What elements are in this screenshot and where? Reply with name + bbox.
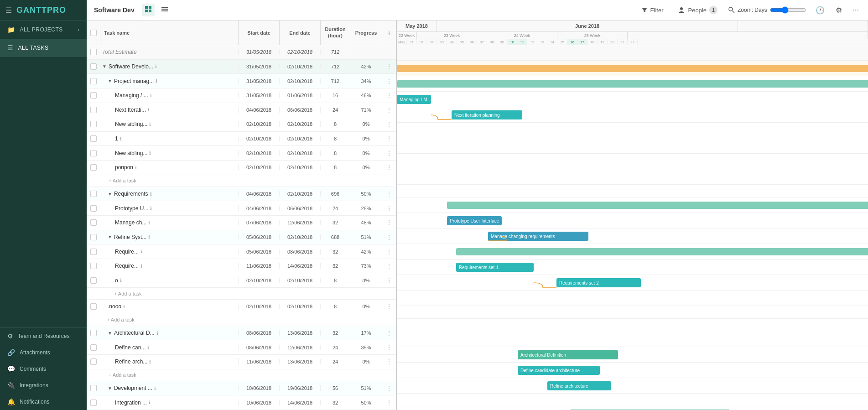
row-menu[interactable]: ⋮ [382,190,396,197]
row-checkbox[interactable] [87,249,100,255]
info-icon[interactable]: ℹ [155,64,157,69]
sidebar-item-all-projects[interactable]: 📁 ALL PROJECTS › [0,21,87,39]
info-icon[interactable]: ℹ [148,220,150,225]
info-icon[interactable]: ℹ [149,122,151,127]
row-menu[interactable]: ⋮ [382,219,396,226]
row-menu[interactable]: ⋮ [382,78,396,85]
info-icon[interactable]: ℹ [147,345,149,350]
row-menu[interactable]: ⋮ [382,135,396,142]
info-icon[interactable]: ℹ [149,400,151,405]
settings-button[interactable]: ⚙ [834,4,844,16]
add-task-button[interactable]: + Add a task [87,288,396,300]
row-menu[interactable]: ⋮ [382,106,396,114]
row-checkbox[interactable] [87,164,100,171]
row-checkbox[interactable] [87,358,100,365]
gantt-bar-arch-def[interactable]: Architectural Definition [518,350,618,359]
info-icon[interactable]: ℹ [140,264,142,269]
sidebar-item-notifications[interactable]: 🔔 Notifications [0,394,87,410]
row-checkbox[interactable] [87,219,100,226]
gantt-bar-req-set2[interactable]: Requirements set 2 [556,278,641,287]
zoom-slider[interactable] [770,6,806,14]
hamburger-icon[interactable]: ☰ [5,6,12,15]
info-icon[interactable]: ℹ [149,151,151,156]
row-checkbox[interactable] [87,191,100,197]
row-menu[interactable]: ⋮ [382,92,396,99]
row-checkbox[interactable] [87,78,100,84]
gantt-bar-requirements[interactable] [447,202,868,209]
gantt-bar-refine-arch[interactable]: Refine architecture [547,381,611,390]
info-icon[interactable]: ℹ [150,93,152,98]
row-checkbox[interactable] [87,205,100,212]
row-checkbox[interactable] [87,263,100,269]
row-checkbox[interactable] [87,303,100,310]
info-icon[interactable]: ℹ [120,136,122,141]
row-checkbox[interactable] [87,135,100,142]
collapse-icon[interactable]: ▼ [102,64,107,69]
add-task-button[interactable]: + Add a task [87,314,396,326]
gantt-bar-managing[interactable]: Managing / M... [397,95,431,104]
row-menu[interactable]: ⋮ [382,329,396,337]
gantt-bar-req-set1[interactable]: Requirements set 1 [456,263,534,272]
row-menu[interactable]: ⋮ [382,384,396,392]
sidebar-item-integrations[interactable]: 🔌 Integrations [0,377,87,394]
add-task-button[interactable]: + Add a task [87,175,396,187]
info-icon[interactable]: ℹ [150,206,152,211]
row-checkbox[interactable] [87,49,100,55]
info-icon[interactable]: ℹ [156,78,157,83]
row-checkbox[interactable] [87,63,100,70]
collapse-icon[interactable]: ▼ [108,192,112,197]
grid-view-button[interactable] [142,4,155,16]
sidebar-item-team[interactable]: ⚙ Team and Resources [0,328,87,344]
row-checkbox[interactable] [87,150,100,156]
row-checkbox[interactable] [87,121,100,127]
row-menu[interactable]: ⋮ [382,150,396,157]
row-checkbox[interactable] [87,277,100,284]
info-icon[interactable]: ℹ [149,359,151,364]
row-checkbox[interactable] [87,92,100,99]
info-icon[interactable]: ℹ [150,192,152,197]
row-menu[interactable]: ⋮ [382,399,396,406]
row-checkbox[interactable] [87,107,100,113]
row-checkbox[interactable] [87,385,100,391]
collapse-icon[interactable]: ▼ [108,78,112,83]
row-menu[interactable]: ⋮ [382,277,396,284]
info-icon[interactable]: ℹ [148,234,150,239]
info-icon[interactable]: ℹ [154,386,156,391]
gantt-bar-next-iteration[interactable]: Next iteration planning [452,110,522,119]
row-checkbox[interactable] [87,234,100,240]
gantt-bar-software-dev[interactable] [397,65,868,72]
info-icon[interactable]: ℹ [120,278,122,283]
row-menu[interactable]: ⋮ [382,164,396,171]
history-button[interactable]: 🕐 [814,4,826,16]
gantt-bar-refine-sys[interactable] [456,248,868,255]
row-checkbox[interactable] [87,330,100,336]
info-icon[interactable]: ℹ [148,107,150,112]
row-menu[interactable]: ⋮ [382,344,396,351]
info-icon[interactable]: ℹ [135,165,137,170]
gantt-bar-manage-changing[interactable]: Manage changing requirements [488,232,588,241]
info-icon[interactable]: ℹ [156,331,158,336]
sidebar-item-attachments[interactable]: 🔗 Attachments [0,344,87,361]
collapse-icon[interactable]: ▼ [108,331,112,336]
row-menu[interactable]: ⋮ [382,303,396,310]
row-checkbox[interactable] [87,344,100,351]
row-menu[interactable]: ⋮ [382,234,396,241]
add-task-button[interactable]: + Add a task [87,369,396,381]
gantt-bar-project-manage[interactable] [397,80,868,88]
row-menu[interactable]: ⋮ [382,63,396,70]
gantt-bar-prototype[interactable]: Prototype User Interface [447,216,502,225]
timeline-view-button[interactable] [158,4,171,16]
collapse-icon[interactable]: ▼ [108,386,112,391]
filter-button[interactable]: Filter [638,5,667,16]
sidebar-item-comments[interactable]: 💬 Comments [0,361,87,377]
gantt-body[interactable]: ◁ Managing / M... [397,45,868,410]
collapse-icon[interactable]: ▼ [108,234,112,239]
add-col-header[interactable]: + [382,21,396,45]
row-menu[interactable]: ⋮ [382,205,396,212]
gantt-bar-define-arch[interactable]: Define candidate architecture [518,366,600,375]
row-menu[interactable]: ⋮ [382,262,396,270]
sidebar-item-all-tasks[interactable]: ☰ ALL TASKS [0,39,87,57]
row-menu[interactable]: ⋮ [382,358,396,365]
row-menu[interactable]: ⋮ [382,120,396,128]
row-checkbox[interactable] [87,400,100,406]
